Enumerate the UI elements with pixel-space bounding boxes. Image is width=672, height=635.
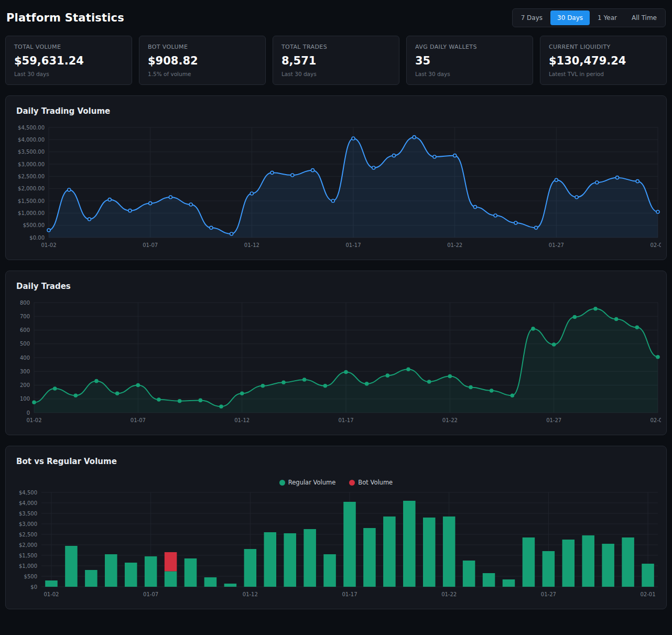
daily-trading-volume-chart-wrap: $0.00$500.00$1,000.00$1,500.00$2,000.00$… xyxy=(6,122,666,255)
stat-card-avg-daily-wallets: AVG DAILY WALLETS 35 Last 30 days xyxy=(406,36,533,85)
svg-text:01-07: 01-07 xyxy=(143,242,158,248)
stat-subtext: Latest TVL in period xyxy=(549,71,658,77)
svg-text:02-01: 02-01 xyxy=(650,242,661,248)
svg-text:400: 400 xyxy=(20,355,30,361)
svg-text:01-22: 01-22 xyxy=(447,242,462,248)
stat-value: $59,631.24 xyxy=(14,55,123,67)
daily-trading-volume-chart[interactable]: $0.00$500.00$1,000.00$1,500.00$2,000.00$… xyxy=(11,122,661,253)
svg-text:$2,500.00: $2,500.00 xyxy=(18,174,45,179)
daily-trades-chart[interactable]: 010020030040050060070080001-0201-0701-12… xyxy=(11,297,661,428)
stat-card-total-volume: TOTAL VOLUME $59,631.24 Last 30 days xyxy=(5,36,132,85)
svg-text:01-12: 01-12 xyxy=(243,591,258,597)
svg-text:02-01: 02-01 xyxy=(641,591,656,597)
svg-text:$500.00: $500.00 xyxy=(23,222,45,228)
range-30-days-button[interactable]: 30 Days xyxy=(550,10,590,25)
daily-trades-title: Daily Trades xyxy=(6,271,666,297)
legend-label: Regular Volume xyxy=(288,479,336,486)
svg-text:600: 600 xyxy=(20,327,30,333)
svg-text:$1,500: $1,500 xyxy=(19,553,37,558)
svg-text:$1,000: $1,000 xyxy=(19,563,37,569)
stat-label: BOT VOLUME xyxy=(148,44,257,50)
svg-text:$2,500: $2,500 xyxy=(19,532,37,537)
header: Platform Statistics 7 Days 30 Days 1 Yea… xyxy=(5,5,667,27)
svg-text:01-27: 01-27 xyxy=(546,417,561,423)
legend-item-bot-volume: Bot Volume xyxy=(349,479,393,486)
svg-text:01-22: 01-22 xyxy=(442,417,458,423)
bot-vs-regular-volume-panel: Bot vs Regular Volume Regular Volume Bot… xyxy=(5,446,667,609)
daily-trading-volume-title: Daily Trading Volume xyxy=(6,96,666,122)
svg-text:$2,000.00: $2,000.00 xyxy=(18,186,45,191)
svg-text:$0.00: $0.00 xyxy=(29,235,45,241)
svg-text:01-12: 01-12 xyxy=(244,242,259,248)
stat-value: $130,479.24 xyxy=(549,55,658,67)
stat-label: TOTAL TRADES xyxy=(281,44,391,50)
svg-text:01-27: 01-27 xyxy=(541,591,556,597)
svg-text:$3,500: $3,500 xyxy=(19,511,37,516)
svg-text:$1,500.00: $1,500.00 xyxy=(18,198,45,204)
daily-trades-chart-wrap: 010020030040050060070080001-0201-0701-12… xyxy=(6,297,666,430)
page-title: Platform Statistics xyxy=(6,12,124,24)
daily-trades-panel: Daily Trades 010020030040050060070080001… xyxy=(5,271,667,435)
bot-vs-regular-volume-title: Bot vs Regular Volume xyxy=(6,446,666,472)
time-range-selector: 7 Days 30 Days 1 Year All Time xyxy=(512,8,666,27)
bot-vs-regular-legend: Regular Volume Bot Volume xyxy=(6,472,666,488)
svg-text:02-01: 02-01 xyxy=(650,417,661,423)
stat-card-current-liquidity: CURRENT LIQUIDITY $130,479.24 Latest TVL… xyxy=(540,36,667,85)
svg-text:01-02: 01-02 xyxy=(44,591,59,597)
stat-subtext: Last 30 days xyxy=(415,71,524,77)
stat-subtext: 1.5% of volume xyxy=(148,71,257,77)
stat-card-total-trades: TOTAL TRADES 8,571 Last 30 days xyxy=(273,36,399,85)
bot-vs-regular-chart-wrap: $0$500$1,000$1,500$2,000$2,500$3,000$3,5… xyxy=(6,488,666,605)
svg-text:$4,500: $4,500 xyxy=(19,490,37,496)
svg-text:01-12: 01-12 xyxy=(234,417,250,423)
stat-value: 35 xyxy=(415,55,524,67)
stat-subtext: Last 30 days xyxy=(281,71,391,77)
svg-text:01-22: 01-22 xyxy=(441,591,457,597)
regular-volume-dot-icon xyxy=(279,480,285,486)
stat-value: 8,571 xyxy=(281,55,391,67)
svg-text:01-07: 01-07 xyxy=(131,417,146,423)
stat-subtext: Last 30 days xyxy=(14,71,123,77)
svg-text:500: 500 xyxy=(20,341,30,347)
svg-text:01-17: 01-17 xyxy=(338,417,353,423)
svg-text:01-02: 01-02 xyxy=(26,417,41,423)
stat-value: $908.82 xyxy=(148,55,257,67)
svg-text:$3,000.00: $3,000.00 xyxy=(18,162,45,167)
svg-text:$4,500.00: $4,500.00 xyxy=(18,125,45,131)
range-1-year-button[interactable]: 1 Year xyxy=(591,10,624,25)
svg-text:$4,000.00: $4,000.00 xyxy=(18,137,45,143)
svg-text:800: 800 xyxy=(20,300,30,306)
stat-label: TOTAL VOLUME xyxy=(14,44,123,50)
svg-text:200: 200 xyxy=(20,382,30,388)
svg-text:01-07: 01-07 xyxy=(143,591,158,597)
stat-label: AVG DAILY WALLETS xyxy=(415,44,524,50)
svg-text:01-27: 01-27 xyxy=(549,242,564,248)
svg-text:700: 700 xyxy=(20,314,30,319)
svg-text:0: 0 xyxy=(27,410,30,416)
svg-text:$500: $500 xyxy=(24,574,37,579)
svg-text:01-02: 01-02 xyxy=(41,242,56,248)
stat-label: CURRENT LIQUIDITY xyxy=(549,44,658,50)
svg-text:01-17: 01-17 xyxy=(345,242,361,248)
daily-trading-volume-panel: Daily Trading Volume $0.00$500.00$1,000.… xyxy=(5,95,667,260)
bot-vs-regular-volume-chart[interactable]: $0$500$1,000$1,500$2,000$2,500$3,000$3,5… xyxy=(11,488,661,602)
svg-text:300: 300 xyxy=(20,369,30,374)
range-all-time-button[interactable]: All Time xyxy=(625,10,664,25)
svg-text:$3,000: $3,000 xyxy=(19,521,37,527)
legend-label: Bot Volume xyxy=(358,479,393,486)
svg-text:$1,000.00: $1,000.00 xyxy=(18,210,45,216)
svg-text:$3,500.00: $3,500.00 xyxy=(18,149,45,155)
range-7-days-button[interactable]: 7 Days xyxy=(514,10,549,25)
svg-text:$4,000: $4,000 xyxy=(19,500,37,506)
svg-text:$0: $0 xyxy=(30,584,37,590)
stat-cards-row: TOTAL VOLUME $59,631.24 Last 30 days BOT… xyxy=(5,36,667,85)
stat-card-bot-volume: BOT VOLUME $908.82 1.5% of volume xyxy=(139,36,266,85)
svg-text:$2,000: $2,000 xyxy=(19,542,37,548)
legend-item-regular-volume: Regular Volume xyxy=(279,479,336,486)
svg-text:100: 100 xyxy=(20,396,30,402)
bot-volume-dot-icon xyxy=(349,480,355,486)
svg-text:01-17: 01-17 xyxy=(342,591,357,597)
